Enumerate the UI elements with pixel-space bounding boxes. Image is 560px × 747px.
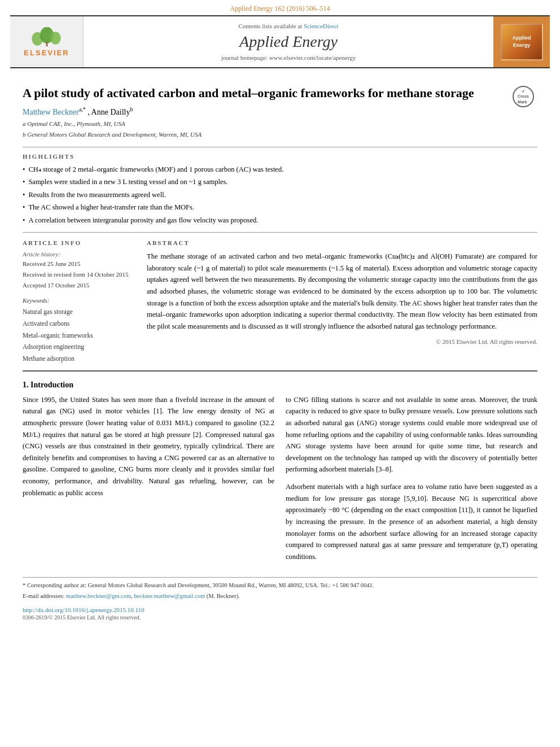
affiliation-b: b General Motors Global Research and Dev… [23, 129, 537, 140]
journal-header-bar: ELSEVIER Contents lists available at Sci… [10, 15, 550, 68]
keyword-2: Activated carbons [23, 318, 135, 330]
abstract-column: ABSTRACT The methane storage of an activ… [147, 239, 537, 365]
received-date: Received 25 June 2015 [23, 259, 135, 269]
journal-name: Applied Energy [239, 33, 338, 51]
abstract-heading: ABSTRACT [147, 239, 537, 246]
highlight-item-4: The AC showed a higher heat-transfer rat… [23, 201, 537, 214]
accepted-date: Accepted 17 October 2015 [23, 280, 135, 291]
journal-badge: AppliedEnergy [493, 16, 550, 67]
article-info-column: ARTICLE INFO Article history: Received 2… [23, 239, 135, 365]
affiliation-a: a Optimal CAE, Inc., Plymouth, MI, USA [23, 119, 537, 129]
article-title: A pilot study of activated carbon and me… [23, 85, 537, 102]
introduction-section: 1. Introduction Since 1995, the United S… [23, 381, 537, 569]
author1-name: Matthew Beckner [23, 107, 79, 116]
intro-para-right-2: Adsorbent materials with a high surface … [286, 481, 537, 562]
keyword-3: Metal–organic frameworks [23, 330, 135, 342]
badge-text: AppliedEnergy [513, 34, 531, 49]
highlight-item-3: Results from the two measurements agreed… [23, 189, 537, 202]
abstract-text: The methane storage of an activated carb… [147, 251, 537, 332]
email-2[interactable]: beckner.matthew@gmail.com [134, 593, 205, 599]
copyright-notice: © 2015 Elsevier Ltd. All rights reserved… [147, 338, 537, 345]
affiliations: a Optimal CAE, Inc., Plymouth, MI, USA b… [23, 119, 537, 139]
journal-citation: Applied Energy 162 (2016) 506–514 [0, 0, 560, 15]
highlight-item-1: CH₄ storage of 2 metal–organic framework… [23, 163, 537, 176]
highlights-list: CH₄ storage of 2 metal–organic framework… [23, 163, 537, 227]
highlights-label: HIGHLIGHTS [23, 153, 537, 160]
elsevier-tree-icon [30, 27, 64, 47]
keywords-section: Keywords: Natural gas storage Activated … [23, 297, 135, 364]
highlight-item-2: Samples were studied in a new 3 L testin… [23, 176, 537, 189]
crossmark-icon: ✓ CrossMark [513, 86, 534, 107]
history-label: Article history: [23, 251, 135, 257]
contents-link: Contents lists available at ScienceDirec… [238, 23, 338, 29]
publisher-logo: ELSEVIER [10, 16, 84, 67]
author2-name: , Anne Dailly [88, 107, 130, 116]
article-info-heading: ARTICLE INFO [23, 239, 135, 246]
intro-para-right-1: to CNG filling stations is scarce and no… [286, 394, 537, 475]
journal-homepage: journal homepage: www.elsevier.com/locat… [221, 54, 356, 61]
keyword-5: Methane adsorption [23, 353, 135, 365]
crossmark-badge[interactable]: ✓ CrossMark [509, 85, 537, 108]
intro-para-left: Since 1995, the United States has seen m… [23, 394, 274, 499]
highlight-item-5: A correlation between intergranular poro… [23, 214, 537, 227]
email-line: E-mail addresses: matthew.beckner@gm.com… [23, 592, 537, 601]
main-content: A pilot study of activated carbon and me… [0, 68, 560, 630]
svg-rect-3 [46, 42, 47, 46]
keyword-4: Adsorption engineering [23, 341, 135, 353]
doi-link[interactable]: http://dx.doi.org/10.1016/j.apenergy.201… [23, 606, 537, 613]
separator-2 [23, 232, 537, 233]
keywords-heading: Keywords: [23, 297, 135, 304]
svg-point-2 [50, 32, 61, 45]
intro-col-left: Since 1995, the United States has seen m… [23, 394, 274, 569]
keyword-1: Natural gas storage [23, 306, 135, 318]
elsevier-wordmark: ELSEVIER [24, 49, 69, 57]
author2-sup: b [130, 106, 133, 112]
email-1[interactable]: matthew.beckner@gm.com [66, 593, 131, 599]
separator-3 [23, 370, 537, 372]
footnote-area: * Corresponding author at: General Motor… [23, 577, 537, 621]
highlights-section: HIGHLIGHTS CH₄ storage of 2 metal–organi… [23, 153, 537, 227]
corresponding-author-note: * Corresponding author at: General Motor… [23, 581, 537, 590]
rights-line: 0306-2619/© 2015 Elsevier Ltd. All right… [23, 614, 537, 621]
intro-col-right: to CNG filling stations is scarce and no… [286, 394, 537, 569]
info-abstract-columns: ARTICLE INFO Article history: Received 2… [23, 239, 537, 365]
intro-body-columns: Since 1995, the United States has seen m… [23, 394, 537, 569]
revised-date: Received in revised form 14 October 2015 [23, 269, 135, 280]
separator-1 [23, 147, 537, 147]
authors-line: Matthew Becknera,* , Anne Daillyb [23, 106, 537, 117]
intro-section-title: 1. Introduction [23, 381, 537, 390]
journal-title-area: Contents lists available at ScienceDirec… [84, 16, 493, 67]
author1-sup: a,* [79, 106, 86, 112]
